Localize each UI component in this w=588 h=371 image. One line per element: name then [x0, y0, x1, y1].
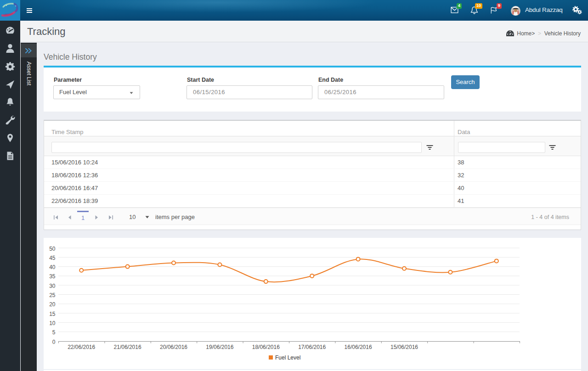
svg-text:20/06/2016: 20/06/2016 — [160, 344, 187, 350]
svg-text:16/06/2016: 16/06/2016 — [345, 344, 372, 350]
svg-text:5: 5 — [52, 329, 56, 336]
svg-text:35: 35 — [49, 273, 56, 280]
svg-text:30: 30 — [49, 283, 56, 289]
svg-text:22/06/2016: 22/06/2016 — [68, 344, 95, 350]
svg-text:15/06/2016: 15/06/2016 — [390, 344, 418, 350]
svg-text:20: 20 — [49, 301, 56, 308]
svg-text:17/06/2016: 17/06/2016 — [298, 344, 326, 350]
svg-text:Fuel Level: Fuel Level — [275, 354, 300, 361]
svg-text:15: 15 — [49, 311, 56, 317]
svg-text:40: 40 — [49, 264, 56, 270]
svg-text:10: 10 — [49, 320, 56, 326]
svg-text:50: 50 — [49, 246, 56, 252]
svg-text:21/06/2016: 21/06/2016 — [114, 344, 141, 350]
svg-text:0: 0 — [52, 339, 56, 345]
svg-text:45: 45 — [49, 255, 56, 261]
svg-text:18/06/2016: 18/06/2016 — [252, 344, 280, 350]
svg-text:19/06/2016: 19/06/2016 — [206, 344, 233, 350]
svg-text:25: 25 — [49, 292, 56, 298]
